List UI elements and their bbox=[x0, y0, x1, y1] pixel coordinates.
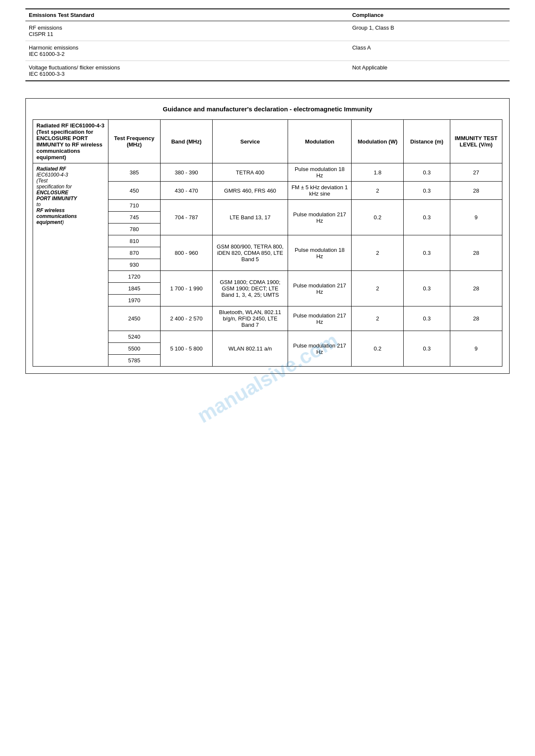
immunity-service: Bluetooth, WLAN, 802.11 b/g/n, RFID 2450… bbox=[213, 306, 288, 331]
emissions-header-compliance: Compliance bbox=[349, 9, 510, 21]
emissions-row: Voltage fluctuations/ flicker emissions … bbox=[25, 61, 510, 81]
immunity-modulation: Pulse modulation 217 Hz bbox=[288, 271, 351, 306]
immunity-freq: 1970 bbox=[108, 295, 160, 306]
emissions-compliance: Group 1, Class B bbox=[349, 21, 510, 41]
immunity-modulation: Pulse modulation 217 Hz bbox=[288, 306, 351, 331]
immunity-freq: 385 bbox=[108, 163, 160, 182]
immunity-col5-header: Modulation bbox=[288, 120, 351, 163]
emissions-row: RF emissions CISPR 11Group 1, Class B bbox=[25, 21, 510, 41]
immunity-service: GSM 800/900, TETRA 800, iDEN 820, CDMA 8… bbox=[213, 235, 288, 271]
immunity-modw: 0.2 bbox=[352, 200, 404, 235]
immunity-distance: 0.3 bbox=[404, 235, 450, 271]
immunity-section: Guidance and manufacturer's declaration … bbox=[25, 98, 510, 374]
immunity-level: 28 bbox=[450, 271, 502, 306]
immunity-freq: 745 bbox=[108, 212, 160, 223]
immunity-freq: 1720 bbox=[108, 271, 160, 283]
immunity-col4-header: Service bbox=[213, 120, 288, 163]
immunity-modw: 2 bbox=[352, 271, 404, 306]
immunity-service: LTE Band 13, 17 bbox=[213, 200, 288, 235]
immunity-modulation: Pulse modulation 217 Hz bbox=[288, 331, 351, 367]
emissions-standard: RF emissions CISPR 11 bbox=[25, 21, 349, 41]
immunity-service: GMRS 460, FRS 460 bbox=[213, 182, 288, 200]
immunity-band: 2 400 - 2 570 bbox=[160, 306, 212, 331]
immunity-level: 28 bbox=[450, 235, 502, 271]
immunity-service: WLAN 802.11 a/n bbox=[213, 331, 288, 367]
immunity-distance: 0.3 bbox=[404, 271, 450, 306]
immunity-service: TETRA 400 bbox=[213, 163, 288, 182]
immunity-level: 9 bbox=[450, 331, 502, 367]
immunity-col8-header: IMMUNITY TEST LEVEL (V/m) bbox=[450, 120, 502, 163]
immunity-modw: 2 bbox=[352, 182, 404, 200]
emissions-standard: Harmonic emissions IEC 61000-3-2 bbox=[25, 41, 349, 61]
emissions-table: Emissions Test Standard Compliance RF em… bbox=[25, 8, 510, 81]
immunity-freq: 1845 bbox=[108, 283, 160, 295]
immunity-level: 27 bbox=[450, 163, 502, 182]
emissions-compliance: Class A bbox=[349, 41, 510, 61]
immunity-band: 704 - 787 bbox=[160, 200, 212, 235]
immunity-freq: 710 bbox=[108, 200, 160, 212]
immunity-band: 800 - 960 bbox=[160, 235, 212, 271]
immunity-col2-header: Test Frequency (MHz) bbox=[108, 120, 160, 163]
immunity-distance: 0.3 bbox=[404, 200, 450, 235]
immunity-level: 9 bbox=[450, 200, 502, 235]
immunity-row: Radiated RFIEC61000-4-3(Testspecificatio… bbox=[33, 163, 502, 182]
immunity-freq: 450 bbox=[108, 182, 160, 200]
immunity-band: 380 - 390 bbox=[160, 163, 212, 182]
immunity-freq: 5785 bbox=[108, 355, 160, 367]
immunity-level: 28 bbox=[450, 306, 502, 331]
immunity-band: 430 - 470 bbox=[160, 182, 212, 200]
immunity-modulation: FM ± 5 kHz deviation 1 kHz sine bbox=[288, 182, 351, 200]
immunity-band: 1 700 - 1 990 bbox=[160, 271, 212, 306]
immunity-level: 28 bbox=[450, 182, 502, 200]
immunity-col6-header: Modulation (W) bbox=[352, 120, 404, 163]
immunity-modulation: Pulse modulation 18 Hz bbox=[288, 235, 351, 271]
immunity-col7-header: Distance (m) bbox=[404, 120, 450, 163]
immunity-band: 5 100 - 5 800 bbox=[160, 331, 212, 367]
immunity-freq: 2450 bbox=[108, 306, 160, 331]
immunity-modw: 1.8 bbox=[352, 163, 404, 182]
immunity-table: Radiated RF IEC61000-4-3 (Test specifica… bbox=[33, 119, 502, 367]
immunity-freq: 930 bbox=[108, 259, 160, 271]
emissions-row: Harmonic emissions IEC 61000-3-2Class A bbox=[25, 41, 510, 61]
immunity-distance: 0.3 bbox=[404, 331, 450, 367]
immunity-radiated-rf: Radiated RFIEC61000-4-3(Testspecificatio… bbox=[33, 163, 108, 367]
immunity-modulation: Pulse modulation 18 Hz bbox=[288, 163, 351, 182]
emissions-header-standard: Emissions Test Standard bbox=[25, 9, 349, 21]
immunity-distance: 0.3 bbox=[404, 306, 450, 331]
immunity-freq: 780 bbox=[108, 223, 160, 235]
immunity-modw: 2 bbox=[352, 306, 404, 331]
immunity-col1-header: Radiated RF IEC61000-4-3 (Test specifica… bbox=[33, 120, 108, 163]
emissions-compliance: Not Applicable bbox=[349, 61, 510, 81]
immunity-modw: 0.2 bbox=[352, 331, 404, 367]
immunity-freq: 810 bbox=[108, 235, 160, 247]
immunity-freq: 5500 bbox=[108, 343, 160, 355]
immunity-freq: 870 bbox=[108, 247, 160, 259]
immunity-freq: 5240 bbox=[108, 331, 160, 343]
immunity-distance: 0.3 bbox=[404, 163, 450, 182]
immunity-title: Guidance and manufacturer's declaration … bbox=[33, 105, 502, 113]
immunity-col3-header: Band (MHz) bbox=[160, 120, 212, 163]
immunity-distance: 0.3 bbox=[404, 182, 450, 200]
emissions-standard: Voltage fluctuations/ flicker emissions … bbox=[25, 61, 349, 81]
immunity-modulation: Pulse modulation 217 Hz bbox=[288, 200, 351, 235]
immunity-service: GSM 1800; CDMA 1900; GSM 1900; DECT; LTE… bbox=[213, 271, 288, 306]
immunity-modw: 2 bbox=[352, 235, 404, 271]
